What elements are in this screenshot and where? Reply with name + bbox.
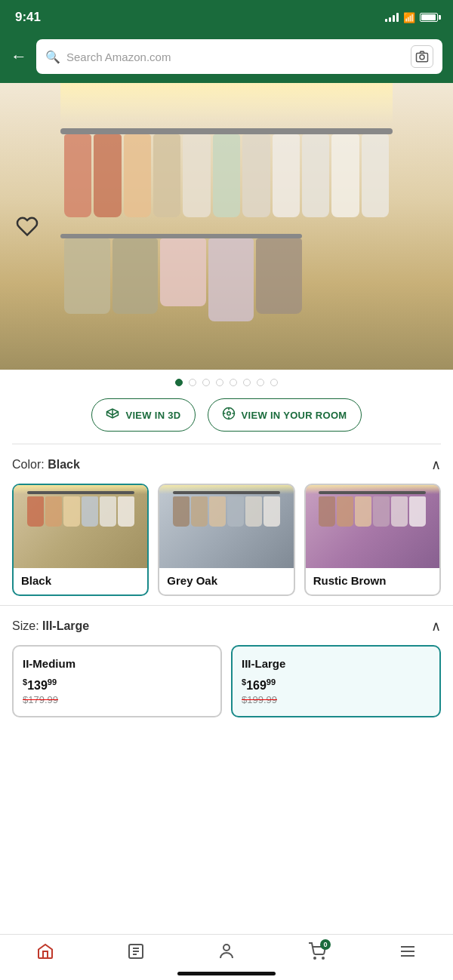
svg-point-6	[314, 957, 316, 959]
battery-icon	[420, 13, 438, 22]
color-image-rustic	[306, 485, 439, 568]
svg-point-7	[322, 957, 324, 959]
search-input-wrap[interactable]: 🔍 Search Amazon.com	[36, 39, 442, 74]
view-3d-button[interactable]: VIEW IN 3D	[91, 398, 195, 432]
search-placeholder: Search Amazon.com	[66, 51, 405, 63]
size-price-medium: $13999 $179.99	[23, 677, 211, 705]
status-bar: 9:41 📶	[0, 0, 453, 33]
signal-icon	[385, 13, 399, 22]
size-section-header: Size: III-Large ∧	[12, 618, 441, 634]
dot-8[interactable]	[270, 379, 278, 386]
selected-color-name: Black	[48, 458, 80, 471]
account-icon	[217, 942, 236, 965]
size-chevron-icon[interactable]: ∧	[431, 618, 441, 634]
view-room-button[interactable]: VIEW IN YOUR ROOM	[208, 398, 362, 432]
color-chevron-icon[interactable]: ∧	[431, 456, 441, 473]
home-indicator	[177, 972, 276, 975]
selected-size-name: III-Large	[42, 619, 89, 632]
view-room-label: VIEW IN YOUR ROOM	[242, 410, 347, 421]
size-name-medium: II-Medium	[23, 657, 211, 670]
view-3d-label: VIEW IN 3D	[125, 410, 180, 421]
size-price-large: $16999 $199.99	[242, 677, 430, 705]
nav-lists[interactable]	[113, 942, 159, 965]
svg-point-3	[226, 412, 230, 416]
lists-icon	[127, 942, 145, 965]
size-cards-row: II-Medium $13999 $179.99 III-Large $1699…	[12, 645, 441, 717]
nav-cart[interactable]: 0	[294, 942, 340, 965]
size-name-large: III-Large	[242, 657, 430, 670]
cart-badge: 0	[320, 939, 331, 950]
menu-icon	[399, 942, 417, 965]
dot-3[interactable]	[202, 379, 210, 386]
color-cards-row: Black	[12, 484, 441, 596]
back-button[interactable]: ←	[11, 47, 27, 66]
color-name-grey: Grey Oak	[159, 568, 293, 594]
dot-2[interactable]	[189, 379, 196, 386]
wishlist-button[interactable]	[12, 211, 42, 241]
view-3d-icon	[106, 407, 119, 423]
color-image-grey	[159, 485, 293, 568]
price-current-medium: $13999	[23, 677, 211, 693]
ar-buttons-row: VIEW IN 3D VIEW IN YOUR ROOM	[0, 392, 453, 444]
camera-icon	[415, 50, 429, 63]
price-current-large: $16999	[242, 677, 430, 693]
color-card-rustic[interactable]: Rustic Brown	[304, 484, 441, 596]
nav-home[interactable]	[23, 942, 68, 965]
camera-search-button[interactable]	[411, 45, 433, 68]
svg-point-1	[420, 55, 424, 60]
color-section: Color: Black ∧	[0, 444, 453, 605]
color-card-black[interactable]: Black	[12, 484, 149, 596]
product-main-image	[0, 83, 453, 370]
size-card-large[interactable]: III-Large $16999 $199.99	[231, 645, 441, 717]
color-image-black	[14, 485, 147, 568]
color-label: Color: Black	[12, 458, 80, 472]
color-name-rustic: Rustic Brown	[306, 568, 439, 594]
dot-7[interactable]	[257, 379, 264, 386]
status-time: 9:41	[15, 10, 41, 25]
price-original-medium: $179.99	[23, 694, 211, 705]
dot-1[interactable]	[175, 379, 183, 386]
cart-icon: 0	[308, 942, 326, 965]
search-icon: 🔍	[45, 50, 60, 64]
wifi-icon: 📶	[403, 12, 415, 23]
image-dots	[0, 370, 453, 392]
dot-4[interactable]	[216, 379, 223, 386]
size-card-medium[interactable]: II-Medium $13999 $179.99	[12, 645, 222, 717]
size-label: Size: III-Large	[12, 619, 89, 633]
view-room-icon	[222, 407, 236, 423]
heart-icon	[16, 215, 39, 238]
search-bar: ← 🔍 Search Amazon.com	[0, 33, 453, 83]
status-icons: 📶	[385, 12, 438, 23]
color-section-header: Color: Black ∧	[12, 456, 441, 473]
home-icon	[36, 942, 54, 965]
size-section: Size: III-Large ∧ II-Medium $13999 $179.…	[0, 605, 453, 717]
svg-point-5	[223, 945, 230, 951]
price-original-large: $199.99	[242, 694, 430, 705]
color-name-black: Black	[14, 568, 147, 594]
color-card-grey[interactable]: Grey Oak	[158, 484, 294, 596]
nav-menu[interactable]	[385, 942, 430, 965]
dot-6[interactable]	[243, 379, 251, 386]
dot-5[interactable]	[230, 379, 237, 386]
product-image-area	[0, 83, 453, 370]
nav-account[interactable]	[204, 942, 249, 965]
